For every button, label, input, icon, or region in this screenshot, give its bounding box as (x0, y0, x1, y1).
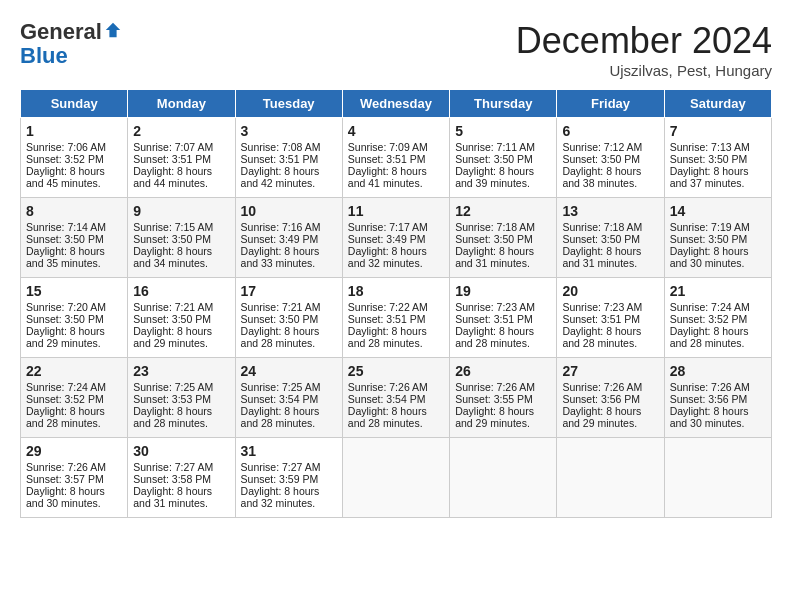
day-info: Daylight: 8 hours (26, 165, 122, 177)
calendar-cell: 26Sunrise: 7:26 AMSunset: 3:55 PMDayligh… (450, 358, 557, 438)
day-info: Sunset: 3:51 PM (348, 153, 444, 165)
day-info: and 42 minutes. (241, 177, 337, 189)
day-info: Daylight: 8 hours (26, 245, 122, 257)
day-info: and 29 minutes. (26, 337, 122, 349)
day-info: Sunrise: 7:13 AM (670, 141, 766, 153)
day-number: 29 (26, 443, 122, 459)
day-info: Sunrise: 7:07 AM (133, 141, 229, 153)
calendar-cell: 4Sunrise: 7:09 AMSunset: 3:51 PMDaylight… (342, 118, 449, 198)
day-info: Sunset: 3:58 PM (133, 473, 229, 485)
day-info: Sunrise: 7:27 AM (241, 461, 337, 473)
day-number: 25 (348, 363, 444, 379)
day-info: Sunrise: 7:25 AM (133, 381, 229, 393)
day-info: Sunrise: 7:26 AM (348, 381, 444, 393)
day-number: 20 (562, 283, 658, 299)
day-info: Sunset: 3:54 PM (348, 393, 444, 405)
col-header-friday: Friday (557, 90, 664, 118)
day-info: and 30 minutes. (670, 257, 766, 269)
calendar-cell: 12Sunrise: 7:18 AMSunset: 3:50 PMDayligh… (450, 198, 557, 278)
day-info: Sunset: 3:52 PM (670, 313, 766, 325)
calendar-cell: 17Sunrise: 7:21 AMSunset: 3:50 PMDayligh… (235, 278, 342, 358)
calendar-cell: 22Sunrise: 7:24 AMSunset: 3:52 PMDayligh… (21, 358, 128, 438)
day-info: Sunset: 3:50 PM (133, 233, 229, 245)
day-info: Sunset: 3:56 PM (670, 393, 766, 405)
day-info: Sunset: 3:54 PM (241, 393, 337, 405)
calendar-cell: 11Sunrise: 7:17 AMSunset: 3:49 PMDayligh… (342, 198, 449, 278)
day-info: and 28 minutes. (241, 417, 337, 429)
day-info: Sunset: 3:59 PM (241, 473, 337, 485)
day-info: Daylight: 8 hours (133, 325, 229, 337)
day-info: Daylight: 8 hours (241, 165, 337, 177)
day-info: Daylight: 8 hours (348, 405, 444, 417)
calendar-cell: 3Sunrise: 7:08 AMSunset: 3:51 PMDaylight… (235, 118, 342, 198)
day-number: 4 (348, 123, 444, 139)
day-info: and 28 minutes. (562, 337, 658, 349)
logo-icon (104, 21, 122, 39)
calendar-cell: 2Sunrise: 7:07 AMSunset: 3:51 PMDaylight… (128, 118, 235, 198)
week-row-5: 29Sunrise: 7:26 AMSunset: 3:57 PMDayligh… (21, 438, 772, 518)
day-info: Daylight: 8 hours (26, 405, 122, 417)
day-info: Sunset: 3:51 PM (133, 153, 229, 165)
day-info: Daylight: 8 hours (26, 325, 122, 337)
day-info: Sunset: 3:52 PM (26, 393, 122, 405)
week-row-2: 8Sunrise: 7:14 AMSunset: 3:50 PMDaylight… (21, 198, 772, 278)
day-info: and 29 minutes. (133, 337, 229, 349)
day-number: 23 (133, 363, 229, 379)
day-number: 31 (241, 443, 337, 459)
day-number: 24 (241, 363, 337, 379)
day-number: 17 (241, 283, 337, 299)
day-info: Sunrise: 7:16 AM (241, 221, 337, 233)
day-info: Daylight: 8 hours (670, 245, 766, 257)
day-info: Daylight: 8 hours (26, 485, 122, 497)
day-info: Daylight: 8 hours (241, 405, 337, 417)
day-info: Daylight: 8 hours (455, 165, 551, 177)
calendar-cell: 13Sunrise: 7:18 AMSunset: 3:50 PMDayligh… (557, 198, 664, 278)
logo-blue-text: Blue (20, 43, 68, 68)
day-info: and 29 minutes. (455, 417, 551, 429)
day-info: Sunrise: 7:27 AM (133, 461, 229, 473)
calendar-cell: 16Sunrise: 7:21 AMSunset: 3:50 PMDayligh… (128, 278, 235, 358)
day-info: Daylight: 8 hours (670, 325, 766, 337)
day-info: Sunrise: 7:14 AM (26, 221, 122, 233)
week-row-4: 22Sunrise: 7:24 AMSunset: 3:52 PMDayligh… (21, 358, 772, 438)
day-info: and 30 minutes. (670, 417, 766, 429)
day-number: 5 (455, 123, 551, 139)
calendar-cell: 31Sunrise: 7:27 AMSunset: 3:59 PMDayligh… (235, 438, 342, 518)
day-info: Sunset: 3:49 PM (241, 233, 337, 245)
day-info: Sunrise: 7:06 AM (26, 141, 122, 153)
day-info: Sunrise: 7:11 AM (455, 141, 551, 153)
day-info: Sunset: 3:55 PM (455, 393, 551, 405)
day-info: Sunrise: 7:26 AM (455, 381, 551, 393)
day-number: 22 (26, 363, 122, 379)
calendar-cell: 9Sunrise: 7:15 AMSunset: 3:50 PMDaylight… (128, 198, 235, 278)
day-info: Sunset: 3:50 PM (26, 233, 122, 245)
day-info: and 37 minutes. (670, 177, 766, 189)
day-info: Sunrise: 7:08 AM (241, 141, 337, 153)
day-info: Sunset: 3:50 PM (562, 153, 658, 165)
day-number: 30 (133, 443, 229, 459)
day-info: and 31 minutes. (133, 497, 229, 509)
calendar-header-row: SundayMondayTuesdayWednesdayThursdayFrid… (21, 90, 772, 118)
calendar-cell: 15Sunrise: 7:20 AMSunset: 3:50 PMDayligh… (21, 278, 128, 358)
calendar-cell: 14Sunrise: 7:19 AMSunset: 3:50 PMDayligh… (664, 198, 771, 278)
day-info: and 39 minutes. (455, 177, 551, 189)
calendar-cell: 29Sunrise: 7:26 AMSunset: 3:57 PMDayligh… (21, 438, 128, 518)
calendar-cell: 24Sunrise: 7:25 AMSunset: 3:54 PMDayligh… (235, 358, 342, 438)
col-header-sunday: Sunday (21, 90, 128, 118)
calendar-cell: 5Sunrise: 7:11 AMSunset: 3:50 PMDaylight… (450, 118, 557, 198)
day-info: Daylight: 8 hours (133, 165, 229, 177)
day-info: Sunset: 3:51 PM (562, 313, 658, 325)
day-info: Daylight: 8 hours (348, 165, 444, 177)
day-info: Sunrise: 7:18 AM (455, 221, 551, 233)
day-info: Daylight: 8 hours (670, 165, 766, 177)
calendar-cell: 6Sunrise: 7:12 AMSunset: 3:50 PMDaylight… (557, 118, 664, 198)
day-info: Sunset: 3:51 PM (241, 153, 337, 165)
day-info: Daylight: 8 hours (562, 405, 658, 417)
day-info: Sunset: 3:53 PM (133, 393, 229, 405)
day-info: Sunrise: 7:25 AM (241, 381, 337, 393)
day-info: Daylight: 8 hours (455, 405, 551, 417)
day-info: Sunrise: 7:21 AM (241, 301, 337, 313)
day-info: and 28 minutes. (348, 337, 444, 349)
calendar-table: SundayMondayTuesdayWednesdayThursdayFrid… (20, 89, 772, 518)
calendar-cell: 27Sunrise: 7:26 AMSunset: 3:56 PMDayligh… (557, 358, 664, 438)
